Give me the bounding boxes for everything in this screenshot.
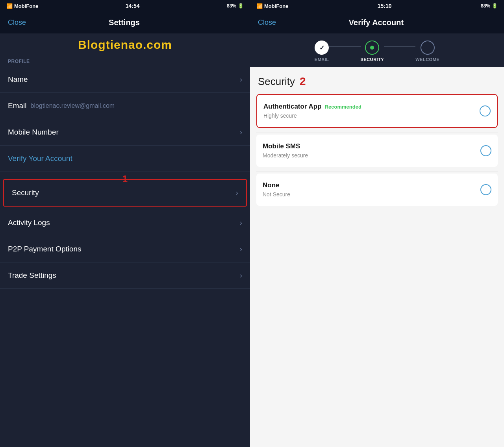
- none-title-row: None: [263, 181, 480, 189]
- chevron-security: ›: [236, 189, 238, 197]
- carrier-wifi-left: 📶 MobiFone: [6, 3, 38, 9]
- carrier-left: MobiFone: [14, 3, 38, 9]
- step-welcome-circle: [421, 41, 435, 55]
- status-bar-right: 📶 MobiFone 15:10 88% 🔋: [250, 0, 504, 12]
- profile-section-label: PROFILE: [0, 55, 250, 66]
- menu-item-trade-text: Trade Settings: [8, 271, 56, 280]
- time-right: 15:10: [378, 3, 392, 9]
- option-authenticator-app[interactable]: Authenticator App Recommended Highly sec…: [256, 94, 498, 128]
- option-mobile-sms[interactable]: Mobile SMS Moderately secure: [256, 135, 498, 167]
- menu-item-verify[interactable]: Verify Your Account: [0, 146, 250, 172]
- menu-item-email-value: blogtienao.review@gmail.com: [31, 102, 115, 109]
- close-button-left[interactable]: Close: [8, 18, 26, 27]
- radio-none[interactable]: [480, 184, 491, 195]
- step-security: SECURITY: [361, 41, 384, 62]
- time-left: 14:54: [126, 3, 140, 9]
- radio-mobile-sms[interactable]: [480, 145, 491, 156]
- menu-item-verify-text: Verify Your Account: [8, 154, 72, 163]
- step-email: ✓ EMAIL: [315, 41, 329, 62]
- divider-1: [256, 133, 498, 133]
- menu-item-activity-text: Activity Logs: [8, 218, 50, 227]
- menu-item-email-left: Email blogtienao.review@gmail.com: [8, 102, 115, 110]
- nav-bar-left: Close Settings: [0, 12, 250, 33]
- option-none[interactable]: None Not Secure: [256, 174, 498, 206]
- divider-2: [256, 172, 498, 172]
- authenticator-info: Authenticator App Recommended Highly sec…: [263, 103, 480, 119]
- battery-left: 83% 🔋: [227, 3, 244, 9]
- security-section-title: Security: [258, 76, 295, 88]
- step-email-label: EMAIL: [315, 57, 329, 62]
- step-email-circle: ✓: [315, 41, 329, 55]
- step-welcome-label: WELCOME: [415, 57, 439, 62]
- menu-item-p2p-text: P2P Payment Options: [8, 245, 82, 253]
- check-icon: ✓: [319, 44, 324, 52]
- mobile-sms-title-row: Mobile SMS: [263, 142, 480, 150]
- authenticator-title-row: Authenticator App Recommended: [263, 103, 480, 111]
- menu-item-email-text: Email: [8, 102, 27, 110]
- menu-item-mobile[interactable]: Mobile Number ›: [0, 119, 250, 146]
- chevron-activity: ›: [240, 219, 242, 227]
- none-title: None: [263, 181, 280, 189]
- step-line-2: [384, 46, 415, 47]
- chevron-trade: ›: [240, 272, 242, 280]
- security-header: Security 2: [250, 67, 504, 94]
- blog-banner: Blogtienao.com: [0, 33, 250, 55]
- battery-pct-right: 88%: [481, 3, 490, 9]
- mobile-sms-info: Mobile SMS Moderately secure: [263, 142, 480, 159]
- close-button-right[interactable]: Close: [258, 18, 276, 27]
- step-2-badge: 2: [300, 75, 306, 88]
- menu-item-name[interactable]: Name ›: [0, 66, 250, 93]
- radio-authenticator[interactable]: [480, 105, 491, 116]
- battery-icon-left: 🔋: [238, 3, 244, 9]
- left-panel: 📶 MobiFone 14:54 83% 🔋 Close Settings Bl…: [0, 0, 250, 447]
- step-welcome: WELCOME: [415, 41, 439, 62]
- step-security-label: SECURITY: [361, 57, 384, 62]
- menu-item-mobile-text: Mobile Number: [8, 128, 59, 137]
- battery-right: 88% 🔋: [481, 3, 498, 9]
- nav-bar-right: Close Verify Account: [250, 12, 504, 33]
- none-info: None Not Secure: [263, 181, 480, 198]
- menu-item-mobile-left: Mobile Number: [8, 128, 59, 137]
- blog-title: Blogtienao.com: [78, 38, 172, 51]
- settings-title: Settings: [109, 18, 140, 27]
- signal-icon-left: 📶: [6, 3, 13, 9]
- menu-item-trade-left: Trade Settings: [8, 271, 56, 280]
- authenticator-desc: Highly secure: [263, 113, 297, 119]
- menu-item-security[interactable]: Security ›: [3, 179, 247, 207]
- menu-item-name-left: Name: [8, 75, 28, 84]
- menu-item-p2p[interactable]: P2P Payment Options ›: [0, 236, 250, 262]
- chevron-p2p: ›: [240, 245, 242, 253]
- menu-item-security-text: Security: [12, 188, 39, 197]
- menu-item-activity[interactable]: Activity Logs ›: [0, 210, 250, 236]
- step-line-1: [329, 46, 361, 47]
- active-dot-icon: [370, 46, 374, 50]
- chevron-name: ›: [240, 76, 242, 84]
- status-bar-left: 📶 MobiFone 14:54 83% 🔋: [0, 0, 250, 12]
- menu-item-verify-left: Verify Your Account: [8, 154, 72, 163]
- none-desc: Not Secure: [263, 191, 290, 198]
- signal-icon-right: 📶: [256, 3, 263, 9]
- mobile-sms-title: Mobile SMS: [263, 142, 300, 150]
- stepper-section: ✓ EMAIL SECURITY WELCOME: [250, 33, 504, 67]
- right-panel: 📶 MobiFone 15:10 88% 🔋 Close Verify Acco…: [250, 0, 504, 447]
- menu-item-name-text: Name: [8, 75, 28, 84]
- menu-item-p2p-left: P2P Payment Options: [8, 245, 82, 253]
- battery-icon-right: 🔋: [492, 3, 498, 9]
- recommended-badge: Recommended: [325, 104, 361, 110]
- authenticator-title: Authenticator App: [263, 103, 322, 111]
- content-area: Security 2 Authenticator App Recommended…: [250, 67, 504, 447]
- battery-pct-left: 83%: [227, 3, 236, 9]
- menu-item-email[interactable]: Email blogtienao.review@gmail.com: [0, 93, 250, 119]
- menu-item-activity-left: Activity Logs: [8, 218, 50, 227]
- menu-item-trade[interactable]: Trade Settings ›: [0, 262, 250, 289]
- carrier-wifi-right: 📶 MobiFone: [256, 3, 288, 9]
- menu-item-security-left: Security: [12, 188, 39, 197]
- mobile-sms-desc: Moderately secure: [263, 152, 308, 159]
- chevron-mobile: ›: [240, 128, 242, 137]
- step-security-circle: [365, 41, 379, 55]
- carrier-right: MobiFone: [264, 3, 288, 9]
- verify-account-title: Verify Account: [349, 18, 404, 27]
